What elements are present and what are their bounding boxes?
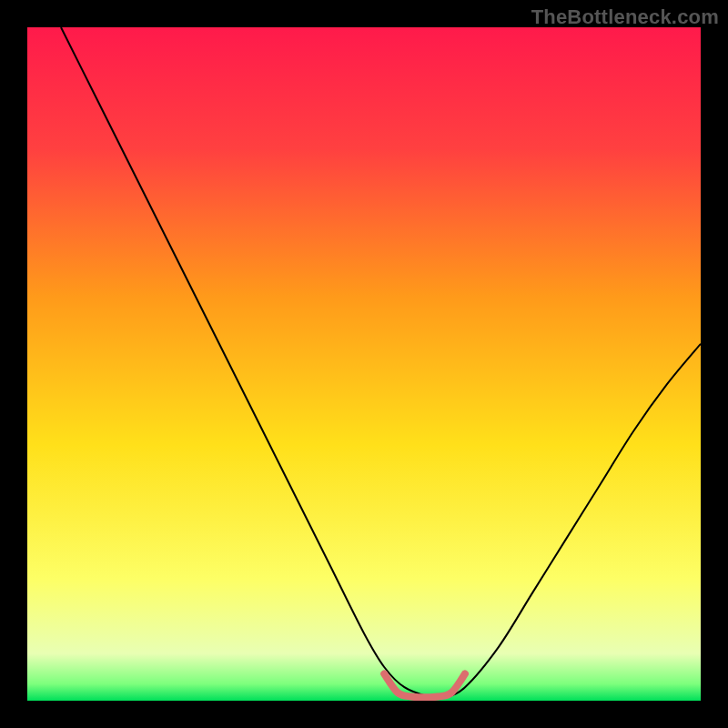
watermark-text: TheBottleneck.com [531,5,719,29]
chart-frame: TheBottleneck.com [0,0,728,728]
bottleneck-chart [27,27,701,701]
gradient-backdrop [27,27,701,701]
